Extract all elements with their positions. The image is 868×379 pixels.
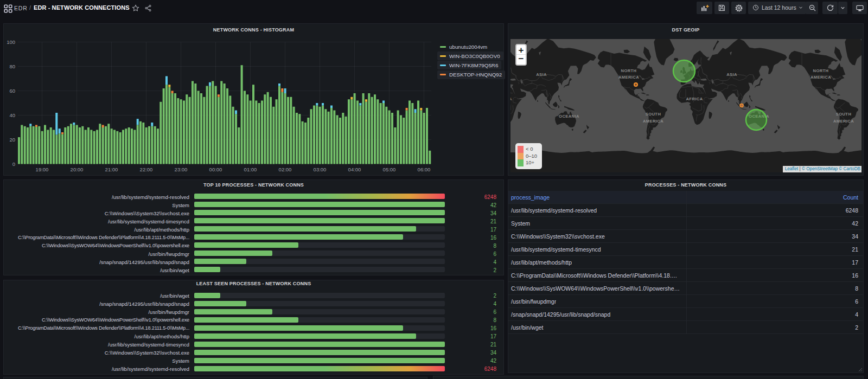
svg-text:80: 80 — [9, 63, 15, 69]
svg-text:04:00: 04:00 — [348, 166, 361, 172]
svg-text:ASIA: ASIA — [536, 72, 547, 77]
svg-text:NORTH: NORTH — [621, 68, 637, 73]
svg-text:00:00: 00:00 — [209, 166, 222, 172]
svg-text:20: 20 — [9, 137, 15, 143]
svg-text:SOUTH: SOUTH — [646, 112, 661, 117]
svg-text:21:00: 21:00 — [105, 166, 118, 172]
svg-text:AFRICA: AFRICA — [686, 97, 703, 101]
svg-text:23:00: 23:00 — [175, 166, 188, 172]
svg-text:AMERICA: AMERICA — [643, 119, 663, 124]
svg-text:19:00: 19:00 — [36, 166, 49, 172]
svg-text:SOUTH: SOUTH — [836, 112, 852, 117]
svg-text:05:00: 05:00 — [383, 166, 396, 172]
svg-text:0: 0 — [12, 161, 15, 167]
svg-text:100: 100 — [7, 39, 15, 45]
svg-text:01:00: 01:00 — [244, 166, 257, 172]
svg-text:03:00: 03:00 — [314, 166, 327, 172]
svg-text:AMERICA: AMERICA — [618, 75, 639, 80]
svg-text:OCEANIA: OCEANIA — [559, 114, 579, 119]
svg-text:40: 40 — [9, 112, 15, 118]
svg-text:60: 60 — [9, 88, 15, 94]
svg-text:ASIA: ASIA — [726, 72, 737, 77]
svg-text:06:00: 06:00 — [418, 166, 431, 172]
svg-text:AMERICA: AMERICA — [810, 75, 831, 80]
svg-text:AMERICA: AMERICA — [833, 119, 854, 124]
svg-text:22:00: 22:00 — [140, 166, 153, 172]
svg-text:NORTH: NORTH — [813, 68, 829, 73]
svg-text:02:00: 02:00 — [279, 166, 292, 172]
svg-text:AFRICA: AFRICA — [510, 97, 512, 101]
svg-text:20:00: 20:00 — [71, 166, 84, 172]
